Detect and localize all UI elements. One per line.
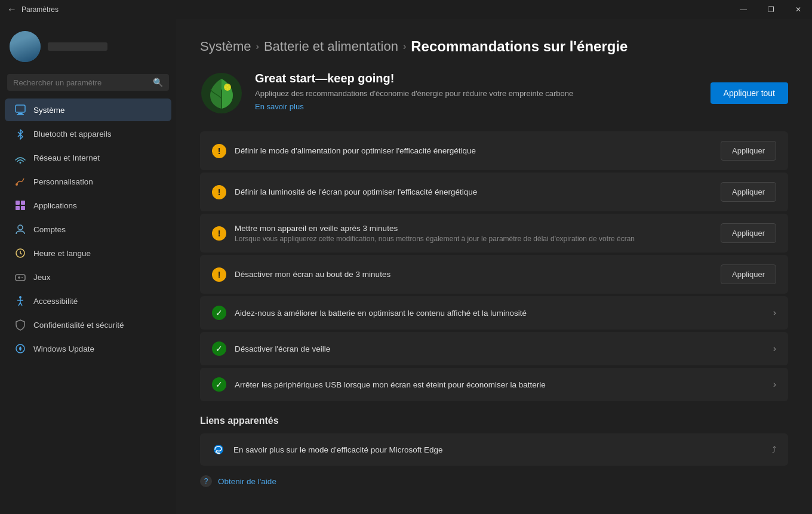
sidebar-item-reseau[interactable]: Réseau et Internet bbox=[5, 146, 171, 169]
avatar bbox=[10, 31, 41, 62]
sidebar-item-label-accessibilite: Accessibilité bbox=[33, 297, 78, 306]
sidebar-item-label-personnalisation: Personnalisation bbox=[33, 177, 93, 186]
heure-icon bbox=[14, 247, 26, 259]
rec-content-6: Désactiver l'écran de veille bbox=[235, 344, 765, 353]
hero-section: Great start—keep going! Appliquez des re… bbox=[200, 72, 788, 115]
rec-content-3: Mettre mon appareil en veille après 3 mi… bbox=[235, 224, 712, 243]
sidebar-item-personnalisation[interactable]: Personnalisation bbox=[5, 170, 171, 193]
hero-link[interactable]: En savoir plus bbox=[255, 102, 304, 111]
help-icon: ? bbox=[200, 475, 212, 487]
svg-rect-6 bbox=[21, 201, 25, 205]
breadcrumb-sep1: › bbox=[256, 41, 259, 52]
app-title: Paramètres bbox=[21, 5, 59, 14]
sidebar-item-label-jeux: Jeux bbox=[33, 273, 51, 282]
minimize-button[interactable]: — bbox=[730, 0, 757, 19]
rec-item-desactiver-ecran: ! Désactiver mon écran au bout de 3 minu… bbox=[200, 255, 788, 294]
sidebar-item-bluetooth[interactable]: Bluetooth et appareils bbox=[5, 122, 171, 145]
titlebar-controls: — ❐ ✕ bbox=[730, 0, 812, 19]
confidentialite-icon bbox=[14, 319, 26, 331]
svg-point-17 bbox=[19, 296, 21, 298]
accessibilite-icon bbox=[14, 295, 26, 307]
user-section bbox=[0, 26, 176, 72]
rec-item-veille-ecran[interactable]: ✓ Désactiver l'écran de veille › bbox=[200, 332, 788, 365]
breadcrumb-current: Recommandations sur l'énergie bbox=[411, 38, 628, 55]
sidebar-item-label-systeme: Système bbox=[33, 106, 65, 115]
svg-point-4 bbox=[16, 183, 18, 186]
svg-rect-5 bbox=[16, 201, 20, 205]
help-link[interactable]: ? Obtenir de l'aide bbox=[200, 475, 788, 487]
related-links-title: Liens apparentés bbox=[200, 415, 788, 426]
sidebar-item-confidentialite[interactable]: Confidentialité et sécurité bbox=[5, 313, 171, 336]
apply-button-1[interactable]: Appliquer bbox=[721, 141, 776, 161]
rec-title-4: Désactiver mon écran au bout de 3 minute… bbox=[235, 270, 712, 279]
apply-button-2[interactable]: Appliquer bbox=[721, 182, 776, 202]
rec-title-6: Désactiver l'écran de veille bbox=[235, 344, 765, 353]
warning-icon-3: ! bbox=[212, 226, 226, 241]
rec-subtitle-3: Lorsque vous appliquerez cette modificat… bbox=[235, 235, 712, 243]
applications-icon bbox=[14, 199, 26, 211]
svg-rect-8 bbox=[21, 206, 25, 210]
titlebar: ← Paramètres — ❐ ✕ bbox=[0, 0, 812, 19]
sidebar-item-label-applications: Applications bbox=[33, 201, 77, 210]
sidebar-item-systeme[interactable]: Système bbox=[5, 99, 171, 121]
search-box[interactable]: 🔍 bbox=[7, 74, 169, 91]
rec-item-batterie-luminosite[interactable]: ✓ Aidez-nous à améliorer la batterie en … bbox=[200, 296, 788, 330]
rec-item-usb-periph[interactable]: ✓ Arrêter les périphériques USB lorsque … bbox=[200, 368, 788, 401]
edge-icon bbox=[212, 443, 225, 456]
apply-button-4[interactable]: Appliquer bbox=[721, 264, 776, 284]
energy-icon bbox=[200, 72, 243, 115]
link-item-edge[interactable]: En savoir plus sur le mode d'efficacité … bbox=[200, 433, 788, 466]
maximize-button[interactable]: ❐ bbox=[757, 0, 785, 19]
help-text: Obtenir de l'aide bbox=[218, 477, 276, 486]
reseau-icon bbox=[14, 152, 26, 164]
sidebar-item-comptes[interactable]: Comptes bbox=[5, 218, 171, 241]
sidebar: 🔍 Système Bluetooth et appareils Réseau … bbox=[0, 19, 176, 514]
comptes-icon bbox=[14, 223, 26, 235]
user-name-placeholder bbox=[48, 42, 107, 51]
systeme-icon bbox=[14, 104, 26, 116]
search-icon[interactable]: 🔍 bbox=[153, 78, 163, 87]
rec-content-2: Définir la luminosité de l'écran pour op… bbox=[235, 187, 712, 196]
breadcrumb-systeme[interactable]: Système bbox=[200, 39, 251, 54]
jeux-icon bbox=[14, 271, 26, 283]
sidebar-item-jeux[interactable]: Jeux bbox=[5, 266, 171, 288]
apply-button-3[interactable]: Appliquer bbox=[721, 223, 776, 243]
warning-icon-1: ! bbox=[212, 144, 226, 158]
breadcrumb-sep2: › bbox=[403, 41, 406, 52]
content-area: Système › Batterie et alimentation › Rec… bbox=[176, 19, 812, 514]
svg-point-24 bbox=[224, 84, 231, 91]
close-button[interactable]: ✕ bbox=[785, 0, 812, 19]
rec-content-4: Désactiver mon écran au bout de 3 minute… bbox=[235, 270, 712, 279]
sidebar-item-applications[interactable]: Applications bbox=[5, 194, 171, 217]
sidebar-item-accessibilite[interactable]: Accessibilité bbox=[5, 290, 171, 312]
success-icon-2: ✓ bbox=[212, 341, 226, 356]
windows-update-icon bbox=[14, 343, 26, 355]
sidebar-item-heure[interactable]: Heure et langue bbox=[5, 242, 171, 264]
apply-all-button[interactable]: Appliquer tout bbox=[710, 82, 788, 104]
bluetooth-icon bbox=[14, 128, 26, 140]
svg-point-9 bbox=[18, 225, 23, 230]
rec-title-3: Mettre mon appareil en veille après 3 mi… bbox=[235, 224, 712, 233]
sidebar-item-label-reseau: Réseau et Internet bbox=[33, 153, 100, 162]
sidebar-item-label-heure: Heure et langue bbox=[33, 249, 91, 258]
warning-icon-2: ! bbox=[212, 185, 226, 199]
rec-title-5: Aidez-nous à améliorer la batterie en op… bbox=[235, 309, 765, 318]
rec-title-1: Définir le mode d'alimentation pour opti… bbox=[235, 146, 712, 155]
svg-line-20 bbox=[19, 303, 20, 306]
sidebar-item-windows-update[interactable]: Windows Update bbox=[5, 337, 171, 360]
breadcrumb: Système › Batterie et alimentation › Rec… bbox=[200, 38, 788, 55]
sidebar-item-label-windows-update: Windows Update bbox=[33, 344, 94, 353]
search-input[interactable] bbox=[13, 78, 148, 87]
svg-rect-0 bbox=[16, 105, 25, 112]
success-icon-3: ✓ bbox=[212, 377, 226, 392]
hero-text: Great start—keep going! Appliquez des re… bbox=[255, 72, 699, 111]
breadcrumb-batterie[interactable]: Batterie et alimentation bbox=[264, 39, 398, 54]
main-container: 🔍 Système Bluetooth et appareils Réseau … bbox=[0, 19, 812, 514]
rec-content-1: Définir le mode d'alimentation pour opti… bbox=[235, 146, 712, 155]
chevron-icon-3: › bbox=[773, 379, 776, 390]
chevron-icon-1: › bbox=[773, 307, 776, 318]
svg-rect-1 bbox=[18, 113, 23, 114]
sidebar-item-label-confidentialite: Confidentialité et sécurité bbox=[33, 321, 124, 330]
hero-title: Great start—keep going! bbox=[255, 72, 699, 85]
chevron-icon-2: › bbox=[773, 343, 776, 354]
